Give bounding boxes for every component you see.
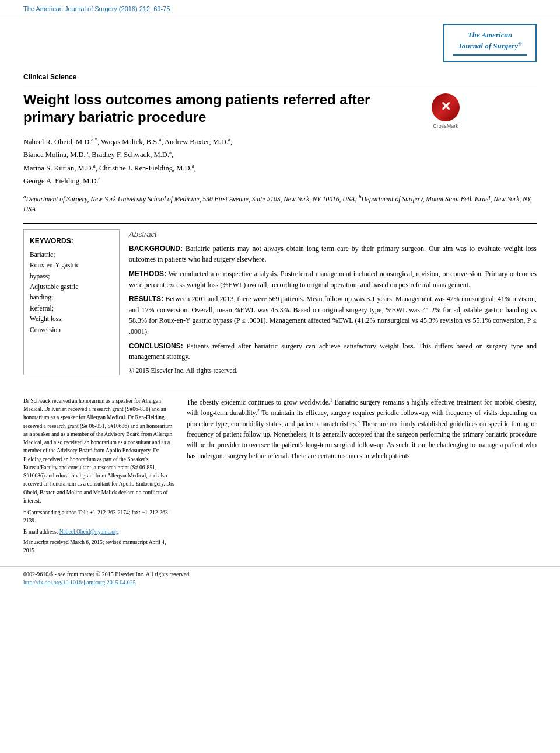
abstract-methods: METHODS: We conducted a retrospective an…: [129, 269, 537, 290]
abstract-results: RESULTS: Between 2001 and 2013, there we…: [129, 294, 537, 337]
keyword-7: Weight loss;: [30, 313, 113, 324]
email-link[interactable]: Nabeel.Obeid@nyumc.org: [60, 529, 119, 535]
doi-link[interactable]: http://dx.doi.org/10.1016/j.amjsurg.2015…: [23, 579, 136, 585]
affiliations: aDepartment of Surgery, New York Univers…: [23, 193, 537, 214]
keywords-title: KEYWORDS:: [30, 236, 113, 247]
title-row: Weight loss outcomes among patients refe…: [23, 91, 537, 135]
main-content: Clinical Science Weight loss outcomes am…: [0, 72, 560, 555]
journal-citation-link[interactable]: The American Journal of Surgery (2016) 2…: [23, 5, 170, 12]
keyword-6: Referral;: [30, 303, 113, 313]
content-columns: KEYWORDS: Bariatric; Roux-en-Y gastric b…: [23, 229, 537, 375]
crossmark-icon: ✕: [432, 93, 460, 121]
crossmark-label: CrossMark: [433, 123, 459, 130]
abstract-heading: Abstract: [129, 229, 537, 240]
keyword-5: banding;: [30, 292, 113, 302]
abstract-conclusions: CONCLUSIONS: Patients referred after bar…: [129, 341, 537, 362]
crossmark-badge[interactable]: ✕ CrossMark: [432, 93, 460, 130]
copyright-line: © 2015 Elsevier Inc. All rights reserved…: [129, 366, 537, 375]
keyword-3: bypass;: [30, 271, 113, 281]
authors-line1: Nabeel R. Obeid, M.D.a,*, Waqas Malick, …: [23, 138, 232, 146]
corresponding-author: * Corresponding author. Tel.: +1-212-263…: [23, 508, 175, 525]
section-divider: [23, 223, 537, 224]
bottom-bar: 0002-9610/$ - see front matter © 2015 El…: [0, 566, 560, 590]
authors-line3: Marina S. Kurian, M.D.a, Christine J. Re…: [23, 164, 196, 172]
authors-block: Nabeel R. Obeid, M.D.a,*, Waqas Malick, …: [23, 135, 537, 188]
footer-area: Dr Schwack received an honorarium as a s…: [23, 392, 537, 555]
footnotes-right: The obesity epidemic continues to grow w…: [187, 397, 537, 555]
page-wrapper: The American Journal of Surgery (2016) 2…: [0, 0, 560, 590]
intro-paragraph: The obesity epidemic continues to grow w…: [187, 397, 537, 461]
manuscript-dates: Manuscript received March 6, 2015; revis…: [23, 538, 175, 555]
authors-line4: George A. Fielding, M.D.a: [23, 177, 101, 185]
footnotes-left: Dr Schwack received an honorarium as a s…: [23, 397, 175, 555]
keyword-1: Bariatric;: [30, 249, 113, 260]
abstract-col: Abstract BACKGROUND: Bariatric patients …: [120, 229, 537, 375]
logo-underline: [453, 54, 527, 56]
keyword-2: Roux-en-Y gastric: [30, 260, 113, 270]
keywords-box: KEYWORDS: Bariatric; Roux-en-Y gastric b…: [23, 229, 120, 375]
email-line: E-mail address: Nabeel.Obeid@nyumc.org: [23, 528, 175, 536]
issn-line: 0002-9610/$ - see front matter © 2015 El…: [23, 570, 537, 578]
keyword-8: Conversion: [30, 325, 113, 335]
section-label: Clinical Science: [23, 72, 537, 85]
article-title: Weight loss outcomes among patients refe…: [23, 91, 420, 126]
keyword-4: Adjustable gastric: [30, 281, 113, 292]
disclosure-text: Dr Schwack received an honorarium as a s…: [23, 397, 175, 505]
authors-line2: Bianca Molina, M.D.b, Bradley F. Schwack…: [23, 151, 173, 159]
abstract-background: BACKGROUND: Bariatric patients may not a…: [129, 243, 537, 265]
header-area: The American Journal of Surgery®: [0, 18, 560, 62]
top-header: The American Journal of Surgery (2016) 2…: [0, 0, 560, 18]
journal-logo-title: The American Journal of Surgery®: [453, 30, 527, 52]
journal-logo-box: The American Journal of Surgery®: [443, 24, 537, 62]
